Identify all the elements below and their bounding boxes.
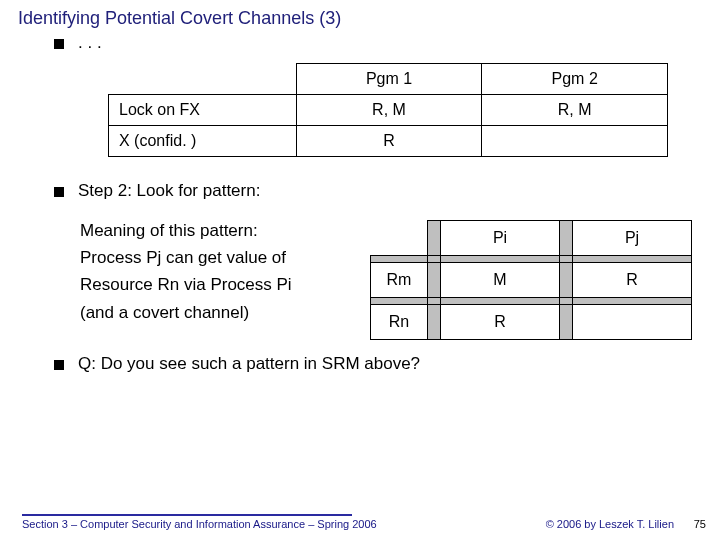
srm-empty-header <box>109 64 297 95</box>
ellipsis-text: . . . <box>78 33 102 53</box>
pattern-shade <box>560 262 573 297</box>
pattern-shade <box>428 304 441 339</box>
srm-row-2-c2 <box>482 126 668 157</box>
page-number: 75 <box>694 518 706 530</box>
slide: Identifying Potential Covert Channels (3… <box>0 0 720 540</box>
bullet-mark-icon <box>54 39 64 49</box>
bullet-step: Step 2: Look for pattern: <box>54 181 702 201</box>
pattern-shade <box>428 221 441 256</box>
pattern-shade <box>441 297 560 304</box>
table-row: Lock on FX R, M R, M <box>109 95 668 126</box>
pattern-row-rm: Rm <box>371 262 428 297</box>
pattern-shade <box>441 255 560 262</box>
pattern-cell-empty <box>573 304 692 339</box>
footer-left: Section 3 – Computer Security and Inform… <box>22 514 352 530</box>
srm-table: Pgm 1 Pgm 2 Lock on FX R, M R, M X (conf… <box>108 63 668 157</box>
srm-table-wrap: Pgm 1 Pgm 2 Lock on FX R, M R, M X (conf… <box>108 63 702 157</box>
pattern-cell-m: M <box>441 262 560 297</box>
pattern-cell-r2: R <box>441 304 560 339</box>
pattern-col-pi: Pi <box>441 221 560 256</box>
pattern-shade <box>560 221 573 256</box>
pattern-row-rn: Rn <box>371 304 428 339</box>
srm-row-1-c2: R, M <box>482 95 668 126</box>
pattern-shade <box>428 262 441 297</box>
bullet-mark-icon <box>54 360 64 370</box>
question-text: Q: Do you see such a pattern in SRM abov… <box>78 354 420 374</box>
srm-row-1-label: Lock on FX <box>109 95 297 126</box>
footer-right: © 2006 by Leszek T. Lilien <box>546 518 674 530</box>
pattern-shade <box>428 255 441 262</box>
pattern-shade <box>573 255 692 262</box>
srm-col-2: Pgm 2 <box>482 64 668 95</box>
srm-col-1: Pgm 1 <box>296 64 482 95</box>
pattern-table: Pi Pj Rm M R Rn R <box>370 220 692 340</box>
srm-row-2-label: X (confid. ) <box>109 126 297 157</box>
srm-row-2-c1: R <box>296 126 482 157</box>
pattern-shade <box>560 255 573 262</box>
srm-row-1-c1: R, M <box>296 95 482 126</box>
pattern-shade <box>428 297 441 304</box>
pattern-shade <box>560 304 573 339</box>
bullet-question: Q: Do you see such a pattern in SRM abov… <box>54 354 702 374</box>
pattern-corner <box>371 221 428 256</box>
bullet-ellipsis: . . . <box>54 33 702 53</box>
table-row: X (confid. ) R <box>109 126 668 157</box>
pattern-col-pj: Pj <box>573 221 692 256</box>
pattern-shade <box>560 297 573 304</box>
pattern-shade <box>371 255 428 262</box>
slide-title: Identifying Potential Covert Channels (3… <box>18 8 702 29</box>
bullet-mark-icon <box>54 187 64 197</box>
pattern-shade <box>573 297 692 304</box>
pattern-cell-r1: R <box>573 262 692 297</box>
pattern-shade <box>371 297 428 304</box>
step-text: Step 2: Look for pattern: <box>78 181 260 201</box>
